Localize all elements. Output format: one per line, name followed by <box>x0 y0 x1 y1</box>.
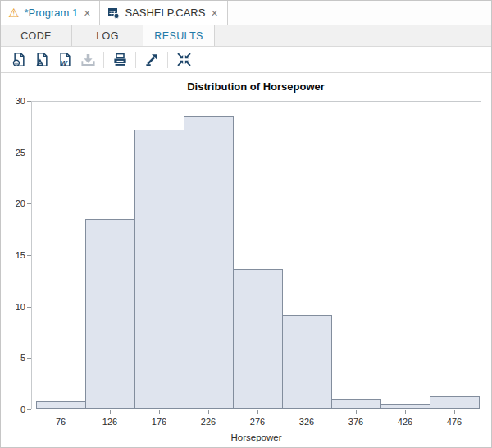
x-tick-label: 276 <box>250 417 265 427</box>
tab-sashelp-cars-label: SASHELP.CARS <box>125 7 205 19</box>
x-tick-mark <box>110 410 111 414</box>
y-tick-label: 15 <box>1 249 25 261</box>
open-new-window-icon <box>144 52 160 67</box>
tab-sashelp-cars[interactable]: SASHELP.CARS × <box>100 1 227 25</box>
x-tick-label: 126 <box>102 417 117 427</box>
y-tick-mark <box>27 101 31 102</box>
x-tick-label: 376 <box>348 417 363 427</box>
y-tick-mark <box>27 358 31 359</box>
sas-studio-window: ⚠ *Program 1 × SASHELP.CARS × CODE LOG R… <box>0 0 492 448</box>
print-button[interactable] <box>108 49 131 71</box>
histogram-bar-426 <box>380 404 430 409</box>
y-tick-label: 20 <box>1 198 25 209</box>
y-tick-label: 10 <box>1 301 25 313</box>
document-tab-bar: ⚠ *Program 1 × SASHELP.CARS × <box>1 1 491 25</box>
y-tick-mark <box>27 409 31 410</box>
download-word-icon: W <box>57 52 73 67</box>
download-html-button[interactable] <box>7 49 30 71</box>
tab-code[interactable]: CODE <box>1 25 72 46</box>
toolbar-separator <box>135 52 136 68</box>
x-tick-label: 476 <box>447 417 462 427</box>
x-tick-mark <box>159 410 160 414</box>
tab-results[interactable]: RESULTS <box>144 25 215 46</box>
y-tick-mark <box>27 153 31 153</box>
x-tick-label: 226 <box>201 417 216 427</box>
print-icon <box>112 52 128 67</box>
table-icon <box>107 7 120 19</box>
x-tick-mark <box>356 410 357 414</box>
histogram-bar-476 <box>430 396 480 409</box>
y-tick-mark <box>27 255 31 256</box>
histogram-bar-276 <box>233 269 283 409</box>
y-tick-label: 0 <box>1 404 25 415</box>
histogram-plot-area <box>31 101 481 409</box>
histogram-bar-226 <box>184 116 234 409</box>
histogram-bar-176 <box>134 130 184 409</box>
close-tab-program-1-icon[interactable]: × <box>83 6 91 21</box>
download-rtf-button[interactable]: W <box>53 49 76 71</box>
tab-program-1[interactable]: ⚠ *Program 1 × <box>1 1 100 25</box>
x-tick-mark <box>61 410 61 414</box>
histogram-bar-326 <box>282 315 332 409</box>
x-tick-label: 426 <box>398 417 412 427</box>
collapse-view-button[interactable] <box>172 49 195 71</box>
collapse-icon <box>176 52 192 67</box>
y-tick-mark <box>27 307 31 308</box>
close-tab-sashelp-cars-icon[interactable]: × <box>210 6 218 21</box>
open-in-new-window-button[interactable] <box>140 49 163 71</box>
histogram-bar-76 <box>36 401 86 409</box>
toolbar-separator <box>103 52 104 68</box>
view-tab-bar: CODE LOG RESULTS <box>1 25 491 47</box>
chart-title: Distribution of Horsepower <box>1 80 492 93</box>
results-toolbar: W <box>1 47 491 73</box>
download-button-disabled[interactable] <box>76 49 99 71</box>
y-tick-mark <box>27 203 31 204</box>
toolbar-separator <box>167 52 168 68</box>
x-tick-mark <box>208 410 209 414</box>
x-tick-label: 176 <box>152 417 166 427</box>
download-html-icon <box>11 52 27 67</box>
tab-program-1-label: *Program 1 <box>24 7 78 19</box>
download-pdf-button[interactable] <box>30 49 53 71</box>
x-tick-mark <box>307 410 308 414</box>
results-chart: Distribution of Horsepower 051015202530 … <box>1 73 492 448</box>
y-tick-label: 5 <box>1 352 25 363</box>
x-tick-mark <box>405 410 406 414</box>
x-tick-label: 326 <box>299 417 314 427</box>
y-tick-label: 30 <box>1 95 25 107</box>
download-icon <box>80 52 96 67</box>
x-tick-mark <box>257 410 258 414</box>
tab-log[interactable]: LOG <box>72 25 144 46</box>
warning-icon: ⚠ <box>8 7 19 19</box>
x-axis-title: Horsepower <box>31 432 481 442</box>
y-tick-label: 25 <box>1 147 25 158</box>
histogram-bar-376 <box>331 399 381 409</box>
x-tick-mark <box>454 410 455 414</box>
x-tick-label: 76 <box>56 417 66 427</box>
download-pdf-icon <box>34 52 50 67</box>
histogram-bar-126 <box>85 219 135 409</box>
